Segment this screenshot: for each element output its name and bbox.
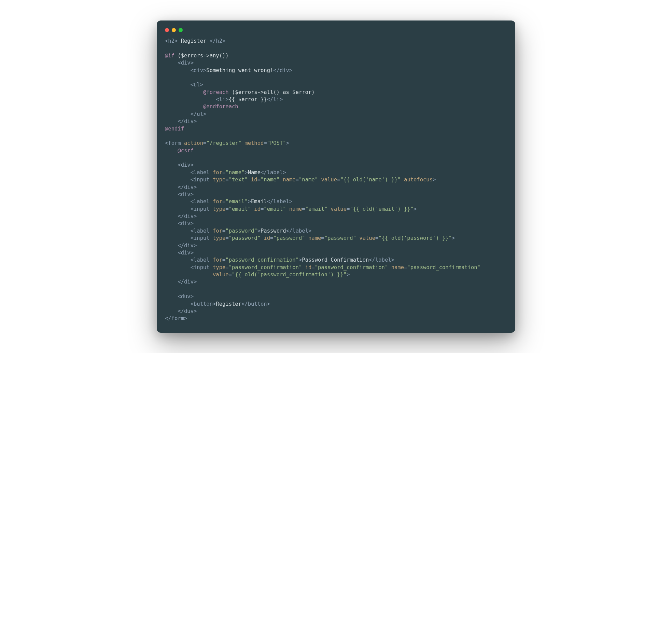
code-token: > <box>414 206 417 212</box>
code-token: <div> <box>191 67 207 73</box>
code-token: <label <box>191 228 213 234</box>
code-token <box>165 301 191 307</box>
code-token: </label> <box>261 169 286 176</box>
code-token: = <box>225 235 228 241</box>
code-token: Register <box>178 38 209 44</box>
code-token <box>165 293 178 300</box>
code-token <box>251 206 254 212</box>
code-token <box>165 272 213 278</box>
code-token: = <box>264 140 267 146</box>
code-token: for <box>213 198 222 205</box>
code-token <box>401 177 404 183</box>
code-token: Password <box>261 228 286 234</box>
code-token: </button> <box>241 301 270 307</box>
code-token: </div> <box>273 67 292 73</box>
code-token <box>165 257 191 263</box>
code-token <box>165 206 191 212</box>
code-token: <button> <box>191 301 216 307</box>
code-token: = <box>222 257 225 263</box>
code-token <box>165 148 178 154</box>
code-token: </div> <box>178 184 197 190</box>
code-token: name <box>308 235 321 241</box>
code-token: value <box>331 206 347 212</box>
code-token: value <box>359 235 375 241</box>
code-token: > <box>299 257 302 263</box>
code-token: = <box>321 235 324 241</box>
code-token: <input <box>191 177 213 183</box>
code-token: @foreach <box>203 89 229 95</box>
code-token: > <box>286 140 289 146</box>
code-window: <h2> Register </h2> @if ($errors->any())… <box>157 20 515 333</box>
code-token: = <box>270 235 273 241</box>
code-token <box>318 177 321 183</box>
code-block[interactable]: <h2> Register </h2> @if ($errors->any())… <box>165 38 507 322</box>
code-token: <form <box>165 140 184 146</box>
code-token: = <box>203 140 206 146</box>
code-token: = <box>257 177 261 183</box>
code-token: = <box>222 198 225 205</box>
code-token: type <box>213 206 225 212</box>
code-token: id <box>251 177 257 183</box>
code-token: = <box>347 206 350 212</box>
code-token: id <box>305 264 312 271</box>
code-token: @endif <box>165 126 184 132</box>
code-token: for <box>213 169 222 176</box>
code-token: <input <box>191 264 213 271</box>
code-token <box>165 235 191 241</box>
code-token: name <box>391 264 404 271</box>
code-token <box>356 235 359 241</box>
code-token <box>248 177 251 183</box>
code-token: = <box>225 177 228 183</box>
code-token <box>165 198 191 205</box>
minimize-icon[interactable] <box>172 28 176 32</box>
code-token: value <box>321 177 337 183</box>
code-token: "name" <box>225 169 244 176</box>
code-token <box>165 220 178 226</box>
code-token: = <box>302 206 305 212</box>
code-token: autofocus <box>404 177 433 183</box>
code-token: > <box>452 235 455 241</box>
code-token: </div> <box>178 279 197 285</box>
code-token: = <box>222 228 225 234</box>
code-token: "email" <box>229 206 251 212</box>
code-token: ($errors->any()) <box>174 53 229 59</box>
code-token: </label> <box>267 198 293 205</box>
code-token: ($errors->all() as $error) <box>229 89 315 95</box>
code-token: = <box>311 264 314 271</box>
code-token <box>165 264 191 271</box>
code-token: </label> <box>286 228 312 234</box>
code-token <box>165 103 203 110</box>
code-token: = <box>296 177 299 183</box>
close-icon[interactable] <box>165 28 169 32</box>
code-token: <div> <box>178 162 194 168</box>
code-token: = <box>229 272 232 278</box>
code-token: "{{ old('email') }}" <box>350 206 414 212</box>
code-token: id <box>264 235 270 241</box>
code-token <box>165 308 178 314</box>
code-token: @if <box>165 53 174 59</box>
zoom-icon[interactable] <box>179 28 183 32</box>
code-token: "email" <box>305 206 327 212</box>
code-token: action <box>184 140 203 146</box>
code-token: </div> <box>178 213 197 219</box>
code-token <box>305 235 308 241</box>
code-token: "password_confirmation" <box>407 264 480 271</box>
code-token: > <box>433 177 436 183</box>
code-token: {{ $error }} <box>229 96 267 102</box>
code-token: <ul> <box>191 82 203 88</box>
code-token: id <box>254 206 261 212</box>
code-token <box>165 184 178 190</box>
code-token <box>165 111 191 117</box>
code-token: type <box>213 235 225 241</box>
code-token: </duv> <box>178 308 197 314</box>
code-token: > <box>248 198 251 205</box>
code-token: "password_confirmation" <box>315 264 388 271</box>
code-token: @endforeach <box>203 103 238 110</box>
code-token: <input <box>191 206 213 212</box>
code-token: type <box>213 177 225 183</box>
code-token: Email <box>251 198 267 205</box>
code-token: "password" <box>225 228 257 234</box>
code-token <box>165 162 178 168</box>
code-token: = <box>225 264 228 271</box>
code-token: "password" <box>324 235 356 241</box>
